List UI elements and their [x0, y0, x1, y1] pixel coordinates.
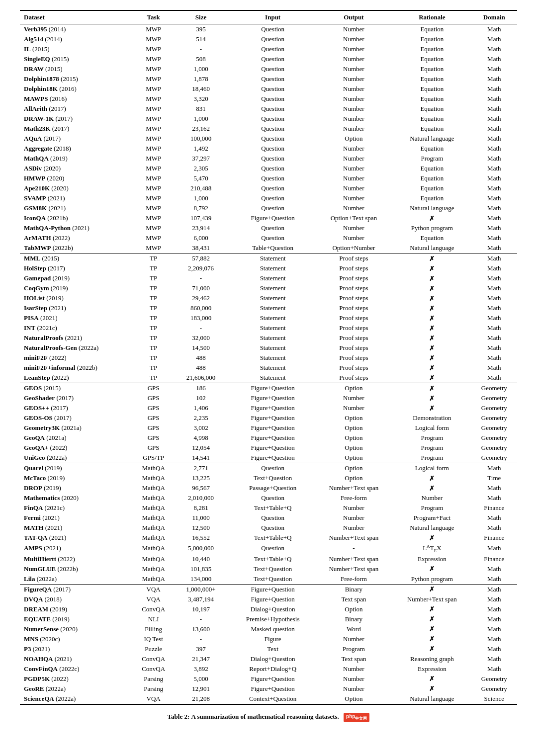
cell-size: 10,197	[175, 604, 231, 614]
dataset-name: Ape210K (2020)	[20, 183, 132, 193]
dataset-name: AQuA (2017)	[20, 134, 132, 144]
cell-task: ConvQA	[132, 664, 175, 674]
cell-domain: Finance	[471, 503, 517, 513]
cell-task: MWP	[132, 44, 175, 54]
table-row: P3 (2021)Puzzle397TextProgram✗Math	[20, 644, 517, 654]
dataset-year: (2021c)	[43, 504, 65, 511]
dataset-bold-name: Ape210K	[24, 184, 50, 192]
dataset-bold-name: Mathematics	[24, 494, 60, 502]
cell-size: 23,914	[175, 223, 231, 233]
dataset-year: (2019)	[42, 484, 61, 492]
dataset-name: ConvFinQA (2022c)	[20, 664, 132, 674]
cell-output: Number	[315, 74, 393, 84]
cell-task: ConvQA	[132, 654, 175, 664]
cell-input: Statement	[231, 263, 315, 273]
dataset-year: (2021c)	[35, 324, 57, 332]
cell-rationale: ✗	[393, 253, 471, 264]
cell-input: Question	[231, 74, 315, 84]
dataset-bold-name: HMWP	[24, 174, 45, 182]
cell-rationale: ✗	[393, 604, 471, 614]
cell-output: -	[315, 543, 393, 554]
cell-size: 2,209,076	[175, 263, 231, 273]
dataset-bold-name: CoqGym	[24, 284, 49, 292]
cell-input: Figure	[231, 634, 315, 644]
cell-output: Binary	[315, 584, 393, 594]
cell-input: Question	[231, 134, 315, 144]
table-row: ScienceQA (2022a)VQA21,208Context+Questi…	[20, 694, 517, 704]
cell-domain: Math	[471, 493, 517, 503]
cell-size: 1,000	[175, 114, 231, 124]
dataset-name: HolStep (2017)	[20, 263, 132, 273]
cell-input: Question	[231, 24, 315, 35]
cell-size: 100,000	[175, 134, 231, 144]
cell-domain: Math	[471, 463, 517, 474]
cell-domain: Math	[471, 203, 517, 213]
cell-domain: Math	[471, 644, 517, 654]
table-row: ASDiv (2020)MWP2,305QuestionNumberEquati…	[20, 164, 517, 173]
cell-output: Number	[315, 233, 393, 243]
table-row: HMWP (2020)MWP5,470QuestionNumberEquatio…	[20, 173, 517, 183]
cell-domain: Finance	[471, 533, 517, 543]
dataset-year: (2015)	[40, 254, 59, 262]
cell-input: Statement	[231, 253, 315, 264]
cell-input: Text	[231, 644, 315, 654]
dataset-year: (2021)	[47, 204, 66, 212]
dataset-year: (2018)	[43, 595, 62, 603]
cell-rationale: Natural language	[393, 523, 471, 533]
dataset-year: (2021)	[53, 655, 72, 663]
dataset-year: (2022a)	[77, 344, 99, 351]
dataset-name: P3 (2021)	[20, 644, 132, 654]
cell-task: MathQA	[132, 574, 175, 585]
table-row: GEOS++ (2017)GPS1,406Figure+QuestionNumb…	[20, 403, 517, 413]
table-row: Lila (2022a)MathQA134,000Text+QuestionFr…	[20, 574, 517, 585]
dataset-bold-name: AQuA	[24, 135, 42, 142]
dataset-year: (2022b)	[56, 565, 78, 573]
table-row: FinQA (2021c)MathQA8,281Text+Table+QNumb…	[20, 503, 517, 513]
cell-domain: Math	[471, 164, 517, 173]
table-row: miniF2F+informal (2022b)TP488StatementPr…	[20, 363, 517, 373]
cell-output: Number	[315, 124, 393, 134]
cell-domain: Math	[471, 84, 517, 94]
cell-output: Proof steps	[315, 263, 393, 273]
caption-text: A summarization of mathematical reasonin…	[191, 713, 339, 720]
table-row: Gamepad (2019)TP-StatementProof steps✗Ma…	[20, 273, 517, 283]
dataset-year: (2022a)	[44, 685, 66, 692]
cell-size: 71,000	[175, 283, 231, 293]
dataset-bold-name: LeanStep	[24, 374, 50, 381]
dataset-year: (2020c)	[38, 635, 60, 643]
cell-size: 101,835	[175, 564, 231, 574]
dataset-name: GeoShader (2017)	[20, 393, 132, 403]
cell-domain: Geometry	[471, 433, 517, 443]
cell-task: NLI	[132, 614, 175, 624]
cell-task: MWP	[132, 124, 175, 134]
dataset-name: Fermi (2021)	[20, 513, 132, 523]
cell-domain: Geometry	[471, 393, 517, 403]
cell-size: 4,998	[175, 433, 231, 443]
cell-task: MWP	[132, 223, 175, 233]
cell-output: Proof steps	[315, 363, 393, 373]
cell-size: 5,470	[175, 173, 231, 183]
cell-input: Report+Dialog+Q	[231, 664, 315, 674]
cell-domain: Math	[471, 634, 517, 644]
dataset-bold-name: AllArith	[24, 105, 47, 112]
cell-input: Figure+Question	[231, 684, 315, 694]
cell-output: Number	[315, 64, 393, 74]
cell-domain: Math	[471, 154, 517, 164]
cell-task: Filling	[132, 624, 175, 634]
cell-output: Word	[315, 624, 393, 634]
cell-rationale: ✗	[393, 403, 471, 413]
cell-rationale: Equation	[393, 164, 471, 173]
dataset-name: Lila (2022a)	[20, 574, 132, 585]
table-row: INT (2021c)TP-StatementProof steps✗Math	[20, 323, 517, 333]
dataset-bold-name: miniF2F+informal	[24, 364, 75, 371]
dataset-name: AMPS (2021)	[20, 543, 132, 554]
cell-size: 1,000	[175, 193, 231, 203]
cell-domain: Math	[471, 373, 517, 383]
cell-input: Question	[231, 124, 315, 134]
cell-output: Number	[315, 403, 393, 413]
dataset-name: IL (2015)	[20, 44, 132, 54]
table-row: Verb395 (2014)MWP395QuestionNumberEquati…	[20, 24, 517, 35]
cell-output: Number	[315, 154, 393, 164]
dataset-year: (2020)	[45, 174, 64, 182]
dataset-year: (2017)	[46, 264, 65, 272]
